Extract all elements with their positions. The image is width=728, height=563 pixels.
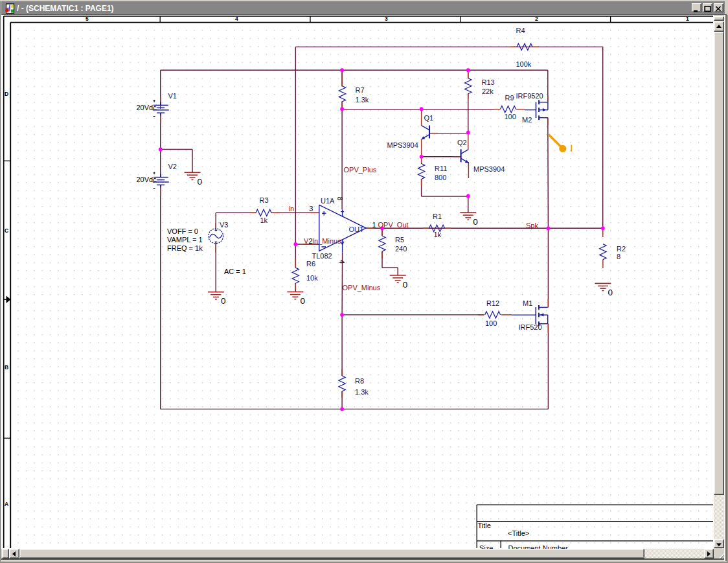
- svg-text:IRF9520: IRF9520: [516, 92, 543, 100]
- svg-text:V3: V3: [220, 221, 228, 229]
- svg-text:R11: R11: [435, 165, 447, 172]
- svg-text:C: C: [5, 227, 8, 234]
- svg-text:V1: V1: [168, 92, 177, 100]
- svg-text:100k: 100k: [516, 60, 532, 68]
- svg-text:Document Number: Document Number: [508, 544, 569, 549]
- svg-text:100: 100: [485, 319, 497, 327]
- svg-text:B: B: [5, 364, 8, 371]
- svg-text:MPS3904: MPS3904: [387, 141, 418, 149]
- svg-text:TL082: TL082: [312, 252, 332, 260]
- svg-text:Size: Size: [479, 544, 493, 549]
- svg-text:R8: R8: [355, 377, 364, 385]
- svg-text:R9: R9: [505, 94, 514, 102]
- svg-text:1: 1: [686, 16, 689, 22]
- svg-text:0: 0: [198, 177, 203, 187]
- svg-text:IRF520: IRF520: [519, 323, 542, 331]
- svg-text:D: D: [5, 91, 8, 97]
- svg-text:0: 0: [403, 280, 408, 290]
- svg-text:R13: R13: [482, 78, 495, 86]
- svg-text:OPV_Out: OPV_Out: [378, 221, 409, 229]
- svg-text:1.3k: 1.3k: [356, 96, 369, 104]
- svg-text:M1: M1: [523, 299, 532, 307]
- svg-text:R6: R6: [306, 260, 315, 268]
- svg-text:0: 0: [300, 296, 305, 306]
- svg-text:MPS3904: MPS3904: [473, 165, 505, 173]
- svg-text:1k: 1k: [434, 231, 442, 238]
- svg-text:R12: R12: [486, 299, 499, 307]
- svg-text:VOFF = 0: VOFF = 0: [167, 227, 198, 235]
- svg-text:5: 5: [85, 16, 89, 22]
- svg-text:Title: Title: [478, 522, 491, 529]
- svg-text:In_Minus: In_Minus: [312, 237, 341, 245]
- svg-text:4: 4: [235, 16, 238, 22]
- svg-text:R4: R4: [516, 27, 525, 34]
- svg-text:0: 0: [473, 217, 478, 227]
- svg-text:R5: R5: [395, 236, 404, 244]
- svg-text:240: 240: [395, 245, 407, 253]
- svg-text:FREQ = 1k: FREQ = 1k: [167, 244, 203, 252]
- svg-text:M2: M2: [522, 116, 532, 124]
- svg-text:VAMPL = 1: VAMPL = 1: [167, 236, 203, 244]
- svg-text:8: 8: [617, 253, 620, 260]
- svg-text:10k: 10k: [306, 274, 318, 282]
- svg-text:2: 2: [535, 16, 538, 22]
- svg-text:Spk: Spk: [526, 222, 538, 229]
- svg-text:OUT: OUT: [349, 225, 365, 233]
- svg-text:20Vdc: 20Vdc: [137, 176, 157, 183]
- svg-text:V2: V2: [168, 163, 177, 170]
- svg-text:in: in: [289, 205, 295, 213]
- svg-text:1: 1: [372, 221, 376, 229]
- svg-text:R7: R7: [356, 86, 365, 94]
- svg-text:4: 4: [338, 260, 346, 264]
- svg-text:800: 800: [435, 174, 446, 181]
- svg-text:OPV_Minus: OPV_Minus: [343, 284, 381, 292]
- svg-text:22k: 22k: [482, 87, 494, 95]
- svg-text:OPV_Plus: OPV_Plus: [344, 166, 377, 174]
- svg-text:R3: R3: [260, 196, 269, 204]
- svg-text:100: 100: [505, 113, 516, 121]
- svg-text:1.3k: 1.3k: [355, 388, 369, 396]
- svg-text:1k: 1k: [260, 216, 268, 224]
- svg-text:<Title>: <Title>: [508, 529, 529, 537]
- svg-text:R1: R1: [433, 213, 442, 220]
- svg-text:8: 8: [336, 197, 344, 201]
- svg-text:AC = 1: AC = 1: [224, 268, 246, 275]
- svg-text:A: A: [5, 501, 8, 507]
- svg-text:Q2: Q2: [457, 139, 467, 146]
- svg-text:R2: R2: [617, 245, 626, 253]
- svg-text:U1A: U1A: [321, 197, 335, 205]
- svg-text:0: 0: [608, 288, 613, 297]
- svg-text:0: 0: [221, 296, 226, 306]
- svg-text:20Vdc: 20Vdc: [137, 104, 157, 111]
- svg-text:3: 3: [309, 205, 313, 213]
- svg-text:Q1: Q1: [424, 114, 434, 122]
- svg-text:3: 3: [385, 16, 388, 22]
